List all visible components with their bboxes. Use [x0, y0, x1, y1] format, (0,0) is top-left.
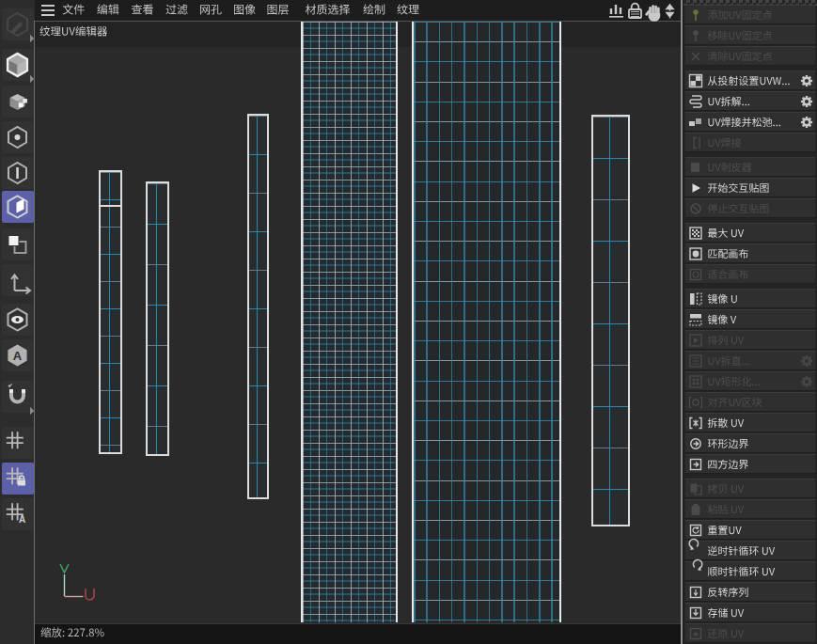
svg-text:A: A: [13, 349, 23, 363]
svg-text:A: A: [19, 514, 25, 525]
